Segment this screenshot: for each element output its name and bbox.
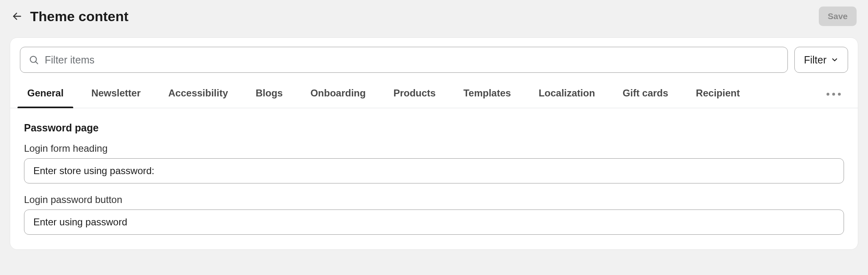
tabs: General Newsletter Accessibility Blogs O… [10,80,858,108]
tab-blogs[interactable]: Blogs [252,80,287,108]
filter-button[interactable]: Filter [794,47,848,73]
field-label-login-button: Login password button [24,194,844,205]
tab-templates[interactable]: Templates [459,80,515,108]
input-login-password-button[interactable] [24,210,844,235]
page-header: Theme content Save [0,0,868,37]
tab-localization[interactable]: Localization [534,80,599,108]
tab-onboarding[interactable]: Onboarding [306,80,370,108]
input-login-form-heading[interactable] [24,158,844,183]
field-label-login-heading: Login form heading [24,143,844,154]
save-button[interactable]: Save [819,7,857,26]
tab-gift-cards[interactable]: Gift cards [619,80,672,108]
page-title: Theme content [30,9,129,24]
tab-newsletter[interactable]: Newsletter [87,80,144,108]
search-row: Filter [10,47,858,73]
search-icon [28,55,39,65]
search-input[interactable] [45,54,779,66]
tabs-more-icon[interactable] [822,89,845,100]
tab-recipient[interactable]: Recipient [692,80,744,108]
svg-line-2 [36,62,38,64]
section-title: Password page [24,122,844,134]
content-card: Filter General Newsletter Accessibility … [10,37,858,250]
header-left: Theme content [11,9,129,24]
tab-accessibility[interactable]: Accessibility [164,80,232,108]
search-box[interactable] [20,47,788,73]
back-arrow-icon[interactable] [11,11,23,22]
filter-button-label: Filter [804,54,827,66]
chevron-down-icon [831,56,839,64]
tab-products[interactable]: Products [389,80,440,108]
tab-general[interactable]: General [23,80,68,108]
content-area: Password page Login form heading Login p… [10,108,858,249]
